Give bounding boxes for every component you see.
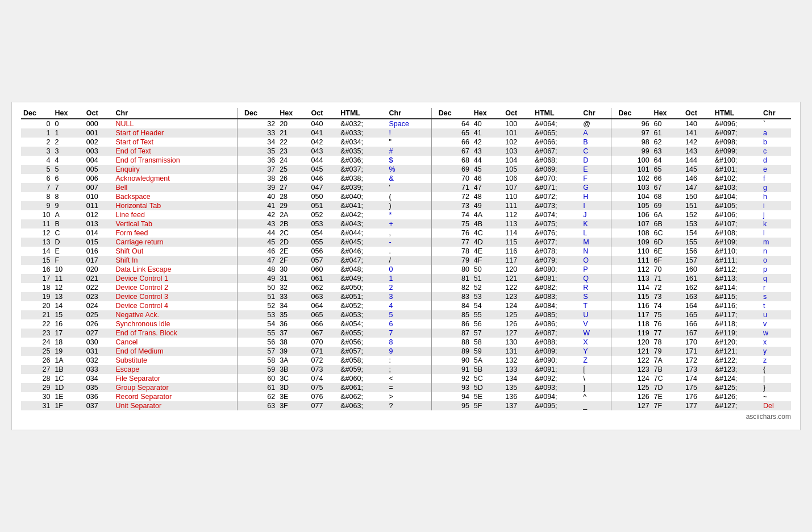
table-cell: 65 [431,128,472,138]
table-cell: 41 [472,128,503,138]
table-row: 271B033Escape593B073&#059;;915B133&#091;… [21,365,791,374]
table-cell: &#104; [713,192,761,201]
table-cell: 107 [611,219,652,228]
col-hex4: Hex [652,108,683,119]
table-cell: 45 [238,238,278,247]
table-cell: &#040; [338,192,386,201]
table-cell: 9 [387,347,432,356]
table-cell: &#080; [532,265,581,274]
table-cell: &#111; [713,256,761,265]
table-cell: 76 [652,319,683,329]
table-cell: 85 [431,310,472,319]
table-cell: 50 [238,283,278,292]
table-row: 1913023Device Control 35133063&#051;3835… [21,292,791,301]
table-cell: &#116; [713,301,761,310]
table-cell: 36 [238,156,278,165]
table-cell: 76 [431,228,472,238]
table-cell: 63 [238,401,278,410]
table-cell: 7A [652,356,683,365]
table-cell: 126 [503,319,532,329]
table-cell: 5F [472,401,503,410]
table-cell: 124 [611,374,652,383]
table-cell: 011 [84,201,114,210]
table-cell: 2F [277,256,309,265]
table-cell: &#066; [532,138,581,147]
table-cell: &#034; [338,138,386,147]
table-cell: 77 [431,238,472,247]
table-cell: &#057; [338,347,386,356]
table-cell: 113 [611,274,652,283]
table-cell: e [761,165,791,174]
table-cell: 6 [52,174,84,183]
table-cell: &#067; [532,147,581,156]
table-cell: ` [761,119,791,128]
table-cell: Device Control 2 [113,283,237,292]
col-oct3: Oct [503,108,532,119]
table-row: 15F017Shift In472F057&#047;/794F117&#079… [21,256,791,265]
table-cell: 015 [84,238,114,247]
table-cell: 025 [84,310,114,319]
table-row: 22002Start of Text3422042&#034;"6642102&… [21,138,791,147]
table-cell: V [581,319,611,329]
table-cell: 166 [683,319,713,329]
table-cell: 153 [683,219,713,228]
table-cell: 141 [683,128,713,138]
table-cell: 161 [683,274,713,283]
col-dec1: Dec [21,108,52,119]
table-cell: 155 [683,238,713,247]
table-cell: M [581,238,611,247]
table-cell: &#055; [338,329,386,338]
table-cell: 031 [84,347,114,356]
ascii-table-container: Dec Hex Oct Chr Dec Hex Oct HTML Chr Dec… [11,102,801,430]
table-cell: Unit Separator [113,401,237,410]
table-cell: 172 [683,356,713,365]
table-cell: &#064; [532,119,581,128]
table-cell: 4 [21,156,52,165]
table-row: 10A012Line feed422A052&#042;*744A112&#07… [21,210,791,219]
table-cell: &#069; [532,165,581,174]
table-cell: 115 [611,292,652,301]
table-cell: 171 [683,347,713,356]
table-cell: % [387,165,432,174]
table-cell: &#056; [338,338,386,347]
table-cell: 5D [472,383,503,392]
table-cell: 22 [21,319,52,329]
table-cell: &#114; [713,283,761,292]
table-cell: 2E [277,247,309,256]
table-cell: &#032; [338,119,386,128]
table-cell: F [52,256,84,265]
table-cell: 9 [21,201,52,210]
table-cell: &#043; [338,219,386,228]
table-cell: &#033; [338,128,386,138]
table-cell: 110 [503,192,532,201]
table-cell: &#039; [338,183,386,192]
table-cell: 012 [84,210,114,219]
table-cell: &#092; [532,374,581,383]
table-cell: 61 [238,383,278,392]
table-cell: &#110; [713,247,761,256]
table-cell: 052 [309,210,339,219]
table-cell: 71 [431,183,472,192]
table-cell: 35 [238,147,278,156]
table-cell: &#103; [713,183,761,192]
table-cell: Synchronous idle [113,319,237,329]
table-cell: 055 [309,238,339,247]
table-cell: 67 [431,147,472,156]
table-cell: 143 [683,147,713,156]
table-cell: 114 [611,283,652,292]
table-cell: &#088; [532,338,581,347]
table-cell: 36 [277,319,309,329]
table-cell: 027 [84,329,114,338]
table-cell: 057 [309,256,339,265]
table-cell: 82 [431,283,472,292]
table-cell: &#098; [713,138,761,147]
table-cell: &#045; [338,238,386,247]
table-cell: & [387,174,432,183]
table-cell: 75 [431,219,472,228]
table-cell: / [387,256,432,265]
table-cell: 077 [309,401,339,410]
table-row: 12C014Form feed442C054&#044;,764C114&#07… [21,228,791,238]
table-cell: Carriage return [113,238,237,247]
table-cell: 3B [277,365,309,374]
table-cell: B [52,219,84,228]
